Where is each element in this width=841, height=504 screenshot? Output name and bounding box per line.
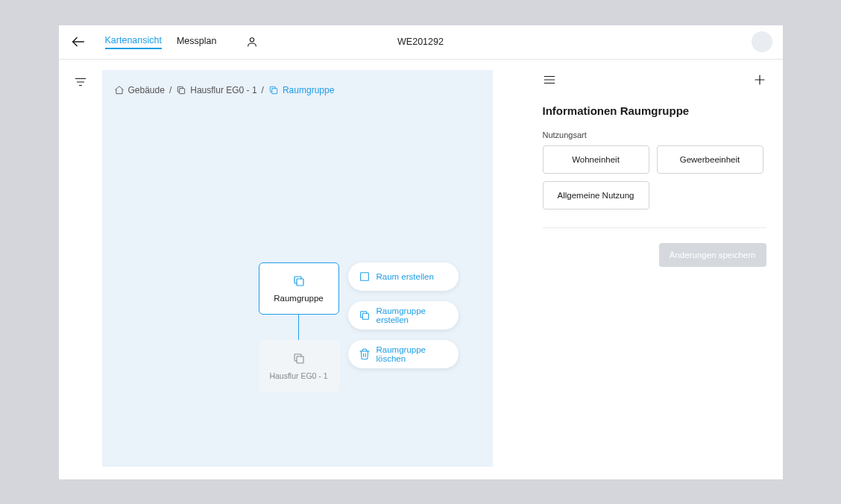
breadcrumb-room-group[interactable]: Raumgruppe [268,85,334,95]
node-actions: Raum erstellen Raumgruppe erstellen Raum… [348,262,459,368]
breadcrumb-separator: / [262,85,264,95]
copy-icon [359,309,371,321]
copy-icon [292,274,306,288]
view-tabs: Kartenansicht Messplan [105,35,259,49]
tab-map-view[interactable]: Kartenansicht [105,35,162,49]
copy-icon [176,85,186,95]
breadcrumb: Gebäude / Hausflur EG0 - 1 / R [114,85,335,95]
breadcrumb-separator: / [169,85,171,95]
svg-point-1 [251,38,254,42]
panel-header [543,73,766,86]
arrow-left-icon [70,34,86,50]
menu-icon [543,73,556,86]
option-commercial[interactable]: Gewerbeeinheit [657,145,763,174]
plus-icon [753,73,766,86]
svg-rect-6 [272,88,277,93]
save-button[interactable]: Änderungen speichern [659,243,766,267]
back-button[interactable] [69,33,87,51]
menu-button[interactable] [543,73,556,86]
panel-title: Informationen Raumgruppe [543,104,766,117]
tab-messplan[interactable]: Messplan [177,36,217,48]
create-room-label: Raum erstellen [377,272,434,281]
node-room-group-label: Raumgruppe [274,294,323,303]
copy-icon [268,85,279,95]
square-icon [359,271,371,283]
canvas-wrap: Gebäude / Hausflur EG0 - 1 / R [102,60,529,479]
page-id: WE201292 [397,37,444,47]
trash-icon [359,348,371,360]
node-hallway-label: Hausflur EG0 - 1 [269,371,327,380]
app-window: Kartenansicht Messplan WE201292 [59,25,783,479]
node-connector [298,315,300,340]
canvas[interactable]: Gebäude / Hausflur EG0 - 1 / R [102,70,493,467]
breadcrumb-hallway[interactable]: Hausflur EG0 - 1 [176,85,256,95]
option-general[interactable]: Allgemeine Nutzung [543,181,649,210]
svg-rect-8 [297,356,303,363]
info-panel: Informationen Raumgruppe Nutzungsart Woh… [529,60,783,479]
left-rail [59,60,102,479]
svg-rect-7 [297,279,303,286]
user-icon[interactable] [246,36,258,48]
breadcrumb-hallway-label: Hausflur EG0 - 1 [190,85,256,95]
create-room-button[interactable]: Raum erstellen [348,262,459,291]
top-bar: Kartenansicht Messplan WE201292 [59,25,783,60]
panel-divider [543,227,766,228]
breadcrumb-building[interactable]: Gebäude [114,85,165,95]
usage-type-label: Nutzungsart [543,130,766,139]
copy-icon [292,352,306,365]
create-group-label: Raumgruppe erstellen [377,306,448,324]
breadcrumb-building-label: Gebäude [128,85,165,95]
option-residential[interactable]: Wohneinheit [543,145,649,174]
node-hallway[interactable]: Hausflur EG0 - 1 [259,340,339,392]
breadcrumb-room-group-label: Raumgruppe [283,85,334,95]
filter-icon [74,75,87,89]
usage-options: Wohneinheit Gewerbeeinheit Allgemeine Nu… [543,145,766,210]
delete-group-label: Raumgruppe löschen [377,345,448,363]
svg-rect-10 [362,313,368,319]
delete-group-button[interactable]: Raumgruppe löschen [348,340,459,368]
node-room-group[interactable]: Raumgruppe [259,262,339,315]
home-icon [114,85,125,95]
filter-button[interactable] [72,73,89,91]
svg-rect-5 [180,88,185,93]
create-group-button[interactable]: Raumgruppe erstellen [348,301,459,330]
body: Gebäude / Hausflur EG0 - 1 / R [59,60,783,479]
svg-rect-9 [360,272,368,280]
add-button[interactable] [753,73,766,86]
avatar[interactable] [752,31,772,52]
